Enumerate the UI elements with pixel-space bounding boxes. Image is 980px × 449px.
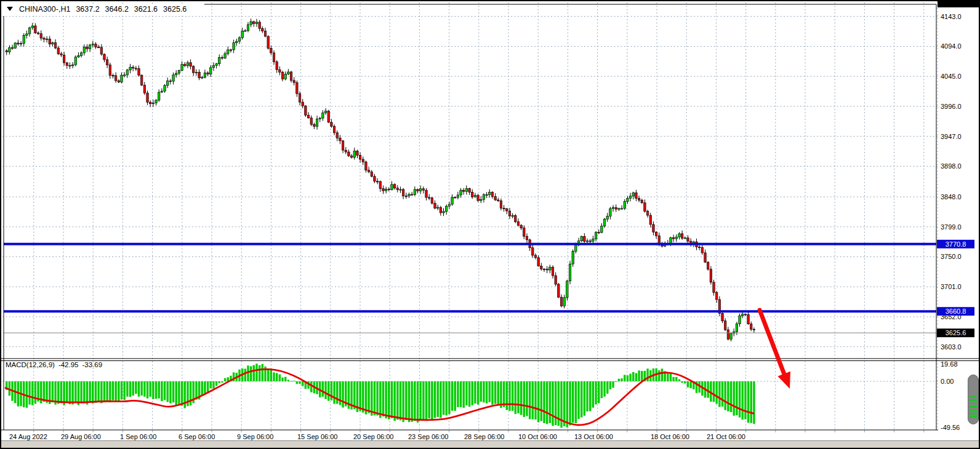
price-tick-label: 3848.0 — [941, 193, 962, 201]
macd-indicator-label: MACD(12,26,9) -42.95 -33.69 — [6, 361, 102, 368]
time-tick-label: 21 Oct 06:00 — [707, 433, 745, 440]
macd-name: MACD(12,26,9) — [6, 361, 55, 368]
price-badge-label: 3770.8 — [946, 240, 966, 248]
time-axis-labels: 24 Aug 202229 Aug 06:001 Sep 06:006 Sep … — [9, 433, 745, 440]
time-tick-label: 29 Aug 06:00 — [61, 433, 101, 440]
macd-tick-label: 19.68 — [941, 360, 958, 368]
time-tick-label: 18 Oct 06:00 — [651, 433, 689, 440]
ohlc-high-value: 3646.2 — [105, 5, 129, 14]
time-tick-label: 23 Sep 06:00 — [408, 433, 448, 440]
status-strip — [1, 440, 979, 448]
price-tick-label: 3898.0 — [941, 162, 962, 170]
chart-window: 4143.04094.04045.03996.03947.03898.03848… — [0, 0, 980, 449]
price-badge-label: 3660.8 — [946, 308, 966, 315]
price-tick-label: 4094.0 — [941, 42, 962, 50]
time-tick-label: 1 Sep 06:00 — [120, 433, 156, 440]
scroll-indicator-stripes — [970, 396, 977, 419]
price-tick-label: 3799.0 — [941, 223, 962, 231]
macd-main-value: -42.95 — [58, 361, 79, 368]
price-tick-label: 4143.0 — [941, 13, 962, 20]
candles-layer — [6, 18, 755, 341]
macd-layer — [6, 364, 755, 427]
ohlc-low-value: 3621.6 — [134, 5, 158, 14]
price-tick-label: 3750.0 — [941, 253, 962, 260]
time-tick-label: 15 Sep 06:00 — [297, 433, 337, 440]
ohlc-open-value: 3637.2 — [76, 5, 99, 14]
time-tick-label: 13 Oct 06:00 — [574, 433, 613, 440]
trend-arrow — [760, 310, 790, 389]
price-tick-label: 3701.0 — [941, 283, 962, 290]
chart-plot[interactable]: 4143.04094.04045.03996.03947.03898.03848… — [1, 1, 980, 449]
time-tick-label: 24 Aug 2022 — [9, 433, 47, 440]
time-tick-label: 10 Oct 06:00 — [518, 433, 557, 440]
borders-layer — [1, 4, 980, 430]
levels-layer — [4, 244, 936, 333]
time-tick-label: 9 Sep 06:00 — [237, 433, 273, 440]
macd-tick-label: 0.00 — [941, 378, 954, 385]
time-tick-label: 6 Sep 06:00 — [179, 433, 215, 440]
chart-title-bar: CHINA300-,H1 3637.2 3646.2 3621.6 3625.6 — [5, 4, 191, 14]
price-tick-label: 4045.0 — [941, 73, 962, 80]
time-tick-label: 28 Sep 06:00 — [464, 433, 504, 440]
price-tick-label: 3947.0 — [941, 133, 962, 140]
dropdown-arrow-icon[interactable] — [7, 7, 13, 11]
grid-layer — [2, 1, 939, 432]
price-axis-labels: 4143.04094.04045.03996.03947.03898.03848… — [941, 13, 962, 431]
macd-signal-value: -33.69 — [82, 361, 103, 368]
price-tick-label: 3996.0 — [941, 103, 962, 110]
scroll-indicator[interactable] — [968, 375, 979, 424]
time-tick-label: 20 Sep 06:00 — [353, 433, 393, 440]
symbol-timeframe-label: CHINA300-,H1 — [19, 5, 70, 14]
ohlc-close-value: 3625.6 — [163, 5, 187, 14]
window-corner — [938, 1, 980, 7]
macd-tick-label: -49.56 — [941, 424, 960, 431]
price-tick-label: 3603.0 — [941, 343, 962, 351]
price-badge-label: 3625.6 — [946, 329, 966, 336]
